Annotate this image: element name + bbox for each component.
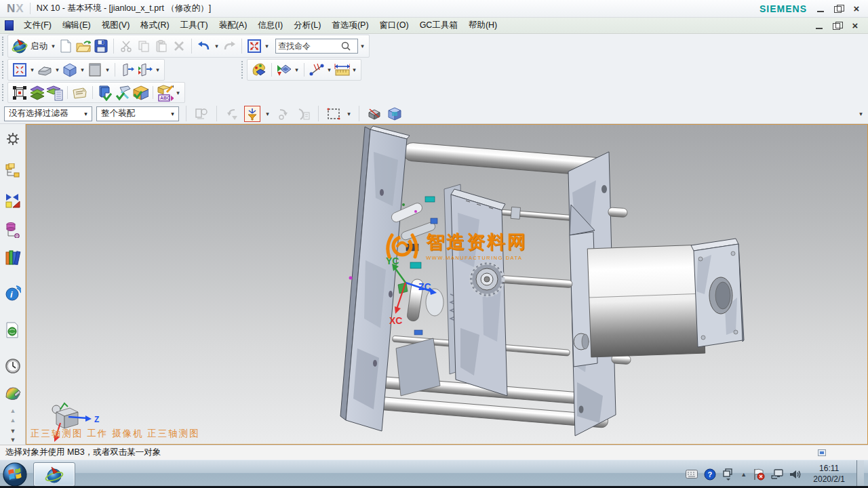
part-navigator-icon[interactable]: [5, 222, 21, 238]
scroll-up2-icon[interactable]: ▲: [0, 417, 26, 424]
network-icon[interactable]: [771, 468, 783, 481]
chevron-down-icon[interactable]: ▾: [346, 110, 352, 117]
isometric-view-icon[interactable]: [62, 62, 78, 78]
history-clock-icon[interactable]: [5, 358, 21, 374]
web-browser-icon[interactable]: i: [5, 285, 21, 302]
chevron-down-icon[interactable]: ▾: [79, 66, 85, 73]
chevron-down-icon[interactable]: ▾: [54, 66, 60, 73]
rendering-style-icon[interactable]: [87, 62, 103, 78]
cut-icon[interactable]: [118, 38, 134, 54]
selection-list-icon[interactable]: [295, 106, 311, 122]
previous-filter-icon[interactable]: [224, 106, 240, 122]
toolbar-drag-handle[interactable]: [2, 37, 5, 56]
cad-model-3d[interactable]: YC ZC XC Z: [26, 125, 867, 444]
toolbar-overflow-icon[interactable]: ▾: [858, 110, 864, 117]
edit-section-icon[interactable]: [137, 62, 153, 78]
chevron-down-icon[interactable]: ▾: [29, 66, 35, 73]
highlight-hidden-icon[interactable]: [366, 106, 382, 122]
scroll-bottom-icon[interactable]: ▼: [0, 436, 26, 443]
close-button[interactable]: ×: [852, 5, 861, 13]
menu-format[interactable]: 格式(R): [135, 18, 174, 33]
volume-icon[interactable]: [789, 468, 802, 481]
move-component-icon[interactable]: [12, 85, 28, 101]
copy-icon[interactable]: [136, 38, 152, 54]
toolbar-drag-handle[interactable]: [2, 61, 5, 79]
chevron-down-icon[interactable]: ▾: [294, 66, 300, 73]
rectangle-select-icon[interactable]: [326, 106, 342, 122]
child-close-button[interactable]: ×: [850, 22, 860, 30]
reset-window-dropdown-icon[interactable]: ▾: [264, 43, 270, 49]
window-tray-icon[interactable]: [722, 468, 734, 481]
toolbar-drag-handle[interactable]: [2, 84, 5, 101]
scroll-up-icon[interactable]: ▲: [0, 407, 26, 414]
scroll-down-icon[interactable]: ▼: [0, 428, 26, 434]
snap-point-filter-icon[interactable]: [244, 106, 260, 122]
selection-filter-combo[interactable]: 没有选择过滤器 ▾: [4, 106, 92, 121]
selection-scope-combo[interactable]: 整个装配 ▾: [96, 106, 179, 121]
roles-gear-icon[interactable]: [5, 131, 21, 147]
point-snap-icon[interactable]: [309, 62, 325, 78]
clip-section-icon[interactable]: [119, 62, 136, 78]
chevron-down-icon[interactable]: ▾: [175, 89, 181, 96]
search-icon[interactable]: [340, 41, 351, 52]
menu-information[interactable]: 信息(I): [252, 18, 288, 33]
reuse-library-icon[interactable]: [5, 249, 21, 266]
show-hidden-icons[interactable]: ▲: [741, 471, 747, 478]
menu-preferences[interactable]: 首选项(P): [326, 18, 374, 33]
child-restore-button[interactable]: [833, 22, 842, 30]
fit-view-icon[interactable]: [12, 62, 28, 78]
menu-file[interactable]: 文件(F): [18, 18, 57, 33]
role-palette-icon[interactable]: [251, 62, 267, 78]
show-desktop-button[interactable]: [856, 460, 864, 488]
new-file-icon[interactable]: [58, 38, 74, 54]
paste-icon[interactable]: [153, 38, 170, 54]
reset-window-icon[interactable]: [246, 38, 262, 54]
check-assembly-icon[interactable]: [132, 85, 149, 101]
select-in-assembly-icon[interactable]: [193, 106, 210, 122]
delete-icon[interactable]: [171, 38, 187, 54]
minimize-button[interactable]: [816, 5, 826, 13]
menu-assemblies[interactable]: 装配(A): [214, 18, 253, 33]
undo-dropdown-icon[interactable]: ▾: [214, 43, 220, 49]
constraint-navigator-icon[interactable]: [5, 192, 21, 209]
measure-icon[interactable]: [334, 62, 350, 78]
materials-palette-icon[interactable]: [5, 385, 21, 401]
child-minimize-button[interactable]: [815, 22, 825, 30]
check-tool-icon[interactable]: [115, 85, 131, 101]
nx-start-icon[interactable]: [12, 38, 28, 54]
input-keyboard-icon[interactable]: [686, 468, 698, 481]
action-center-flag-icon[interactable]: [753, 468, 765, 481]
chevron-down-icon[interactable]: ▾: [155, 66, 161, 73]
restore-button[interactable]: [834, 5, 844, 13]
menu-view[interactable]: 视图(V): [96, 18, 136, 33]
clip-window-icon[interactable]: [816, 448, 827, 458]
chevron-down-icon[interactable]: ▾: [104, 66, 111, 73]
menu-edit[interactable]: 编辑(E): [57, 18, 96, 33]
menu-gc-toolbox[interactable]: GC工具箱: [414, 18, 463, 33]
menu-help[interactable]: 帮助(H): [463, 18, 502, 33]
layer-settings-icon[interactable]: [29, 85, 45, 101]
start-button[interactable]: [2, 462, 28, 487]
check-part-icon[interactable]: [97, 85, 113, 101]
history-document-icon[interactable]: [5, 322, 21, 338]
chevron-down-icon[interactable]: ▾: [326, 66, 332, 73]
abc-annotation-icon[interactable]: ABC: [157, 85, 174, 101]
save-icon[interactable]: [93, 38, 109, 54]
chevron-down-icon[interactable]: ▾: [50, 43, 56, 49]
search-dropdown-icon[interactable]: ▾: [359, 43, 366, 49]
nx-taskbar-button[interactable]: [33, 462, 75, 487]
command-finder[interactable]: [275, 39, 358, 54]
layer-visible-icon[interactable]: [47, 85, 63, 101]
redo-icon[interactable]: [221, 38, 237, 54]
chevron-down-icon[interactable]: ▾: [351, 66, 357, 73]
search-input[interactable]: [278, 41, 340, 51]
assembly-navigator-icon[interactable]: [5, 163, 21, 180]
taskbar-clock[interactable]: 16:11 2020/2/1: [808, 464, 850, 485]
toolbar-drag-handle[interactable]: [241, 61, 244, 79]
orient-view-icon[interactable]: [37, 62, 53, 78]
redo-filter-icon[interactable]: [275, 106, 291, 122]
menu-analysis[interactable]: 分析(L): [288, 18, 326, 33]
help-tray-icon[interactable]: ?: [704, 468, 716, 481]
interior-selection-icon[interactable]: [387, 106, 403, 122]
menu-window[interactable]: 窗口(O): [374, 18, 414, 33]
